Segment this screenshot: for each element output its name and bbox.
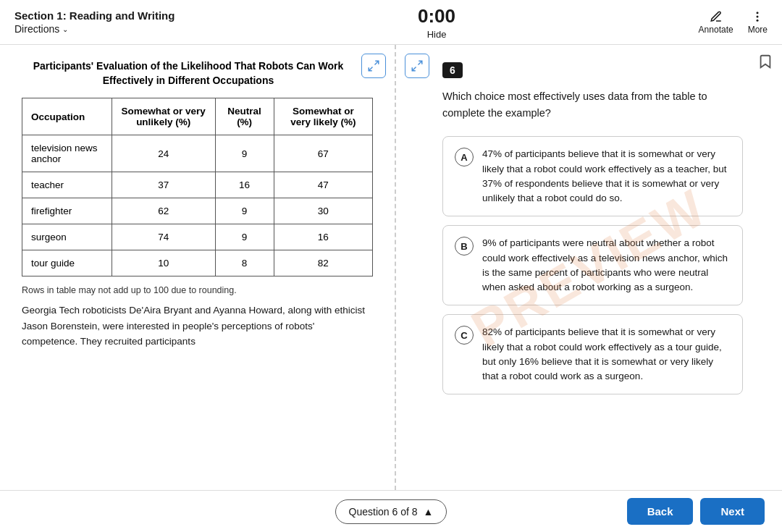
table-cell-occupation: tour guide: [22, 250, 112, 276]
chevron-down-icon: ⌄: [62, 25, 68, 33]
right-expand-button[interactable]: [405, 54, 429, 78]
table-cell-occupation: surgeon: [22, 224, 112, 250]
directions-label: Directions: [14, 23, 59, 35]
header-right: Annotate More: [699, 10, 768, 35]
table-cell-occupation: firefighter: [22, 198, 112, 224]
bookmark-icon: [757, 54, 773, 69]
choice-option[interactable]: B9% of participants were neutral about w…: [442, 225, 743, 305]
timer-display: 0:00: [418, 5, 455, 28]
data-table: Occupation Somewhat or very unlikely (%)…: [22, 98, 373, 276]
table-cell-occupation: teacher: [22, 172, 112, 198]
pencil-icon: [710, 10, 723, 23]
question-nav-button[interactable]: Question 6 of 8 ▲: [335, 499, 447, 524]
table-cell-value: 37: [112, 172, 215, 198]
table-cell-value: 67: [274, 135, 372, 172]
table-cell-value: 30: [274, 198, 372, 224]
section-title: Section 1: Reading and Writing: [14, 9, 175, 22]
svg-line-3: [375, 61, 379, 64]
footer: Question 6 of 8 ▲ Back Next: [0, 490, 782, 532]
more-label: More: [748, 25, 768, 35]
table-row: tour guide10882: [22, 250, 373, 276]
choices-container: A47% of participants believe that it is …: [442, 136, 743, 394]
table-row: television news anchor24967: [22, 135, 373, 172]
question-number-badge: 6: [442, 62, 463, 78]
table-cell-occupation: television news anchor: [22, 135, 112, 172]
svg-line-5: [419, 61, 422, 64]
choice-letter: C: [455, 326, 474, 345]
choice-option[interactable]: A47% of participants believe that it is …: [442, 136, 743, 216]
bookmark-button[interactable]: [757, 54, 773, 72]
table-row: firefighter62930: [22, 198, 373, 224]
directions-button[interactable]: Directions ⌄: [14, 23, 175, 35]
chevron-up-icon: ▲: [424, 506, 434, 518]
passage-text: Georgia Tech roboticists De'Aira Bryant …: [22, 303, 373, 350]
table-cell-value: 16: [274, 224, 372, 250]
col-header-occupation: Occupation: [22, 98, 112, 135]
left-panel: Participants' Evaluation of the Likeliho…: [0, 45, 396, 490]
table-cell-value: 9: [215, 224, 274, 250]
choice-letter: A: [455, 148, 474, 166]
table-note: Rows in table may not add up to 100 due …: [22, 285, 373, 295]
choice-text: 47% of participants believe that it is s…: [482, 147, 731, 206]
footer-center: Question 6 of 8 ▲: [266, 499, 516, 524]
left-expand-button[interactable]: [361, 54, 386, 78]
table-cell-value: 16: [215, 172, 274, 198]
header-center: 0:00 Hide: [418, 5, 455, 40]
more-button[interactable]: More: [748, 10, 768, 35]
svg-line-6: [412, 67, 416, 71]
expand-icon: [367, 59, 380, 72]
col-header-neutral: Neutral (%): [215, 98, 274, 135]
svg-point-2: [757, 19, 759, 21]
annotate-label: Annotate: [699, 25, 733, 35]
table-cell-value: 74: [112, 224, 215, 250]
svg-point-1: [757, 15, 759, 17]
header-left: Section 1: Reading and Writing Direction…: [14, 9, 175, 35]
table-row: surgeon74916: [22, 224, 373, 250]
next-button[interactable]: Next: [700, 498, 765, 525]
content-area: Participants' Evaluation of the Likeliho…: [0, 45, 782, 490]
more-dots-icon: [751, 10, 764, 23]
question-nav-label: Question 6 of 8: [349, 506, 418, 518]
header: Section 1: Reading and Writing Direction…: [0, 0, 782, 45]
table-cell-value: 8: [215, 250, 274, 276]
expand-icon: [411, 59, 424, 72]
table-cell-value: 47: [274, 172, 372, 198]
table-cell-value: 9: [215, 198, 274, 224]
col-header-unlikely: Somewhat or very unlikely (%): [112, 98, 215, 135]
svg-point-0: [757, 12, 759, 14]
table-cell-value: 10: [112, 250, 215, 276]
col-header-likely: Somewhat or very likely (%): [274, 98, 372, 135]
table-title: Participants' Evaluation of the Likeliho…: [22, 59, 355, 88]
question-text: Which choice most effectively uses data …: [442, 88, 743, 122]
choice-text: 82% of participants believe that it is s…: [482, 325, 731, 384]
table-row: teacher371647: [22, 172, 373, 198]
choice-text: 9% of participants were neutral about wh…: [482, 236, 731, 295]
hide-button[interactable]: Hide: [427, 29, 447, 40]
footer-right: Back Next: [516, 498, 765, 525]
table-cell-value: 9: [215, 135, 274, 172]
table-cell-value: 24: [112, 135, 215, 172]
table-cell-value: 82: [274, 250, 372, 276]
table-cell-value: 62: [112, 198, 215, 224]
choice-option[interactable]: C82% of participants believe that it is …: [442, 314, 743, 394]
back-button[interactable]: Back: [627, 498, 694, 525]
annotate-button[interactable]: Annotate: [699, 10, 733, 35]
right-panel: PREVIEW 6 Which choice most effectively …: [396, 45, 782, 490]
choice-letter: B: [455, 237, 474, 256]
svg-line-4: [369, 67, 372, 71]
